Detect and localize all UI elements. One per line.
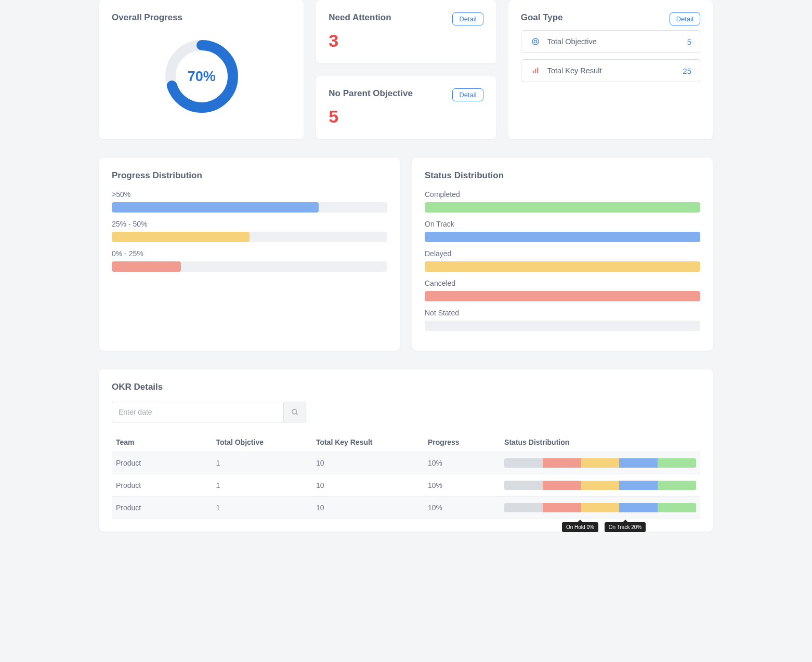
row-status-dist <box>504 503 696 512</box>
progress-dist-label: 25% - 50% <box>112 220 387 228</box>
cell-objective: 1 <box>212 474 311 497</box>
table-row[interactable]: Product11010% <box>112 497 700 519</box>
okr-column-header[interactable]: Total Objctive <box>212 433 311 452</box>
status-distribution-title: Status Distribution <box>425 170 700 181</box>
progress-distribution-title: Progress Distribution <box>112 170 387 181</box>
status-dist-row: Not Stated <box>425 309 700 331</box>
overall-progress-donut: 70% <box>163 37 241 115</box>
cell-keyresult: 10 <box>312 452 424 474</box>
status-dist-label: Canceled <box>425 279 700 287</box>
need-attention-detail-button[interactable]: Detail <box>452 12 483 25</box>
status-tooltip: On Track 20% <box>605 522 646 532</box>
svg-point-7 <box>292 409 296 414</box>
progress-dist-label: >50% <box>112 190 387 198</box>
svg-line-8 <box>296 413 297 415</box>
cell-keyresult: 10 <box>312 474 424 497</box>
okr-column-header[interactable]: Status Distribution <box>500 433 700 452</box>
svg-rect-6 <box>537 68 538 73</box>
overall-progress-title: Overall Progress <box>112 12 291 23</box>
svg-rect-5 <box>534 69 535 73</box>
cell-team: Product <box>112 474 212 497</box>
bar-icon <box>530 65 541 76</box>
table-row[interactable]: Product11010% <box>112 474 700 497</box>
no-parent-detail-button[interactable]: Detail <box>452 88 483 101</box>
cell-objective: 1 <box>212 497 311 519</box>
target-icon <box>530 36 541 47</box>
progress-dist-bar <box>112 261 387 272</box>
svg-point-2 <box>532 38 539 45</box>
status-dist-label: On Track <box>425 220 700 228</box>
okr-column-header[interactable]: Progress <box>424 433 500 452</box>
okr-column-header[interactable]: Team <box>112 433 212 452</box>
status-dist-bar <box>425 321 700 331</box>
okr-column-header[interactable]: Total Key Result <box>312 433 424 452</box>
need-attention-value: 3 <box>329 31 483 51</box>
progress-distribution-card: Progress Distribution >50%25% - 50%0% - … <box>99 158 400 351</box>
goal-type-title: Goal Type <box>521 12 563 23</box>
no-parent-title: No Parent Objective <box>329 88 413 99</box>
overall-progress-percent: 70% <box>163 37 241 115</box>
goal-type-label: Total Key Result <box>547 67 602 75</box>
goal-type-label: Total Objective <box>547 37 597 46</box>
status-dist-bar <box>425 291 700 301</box>
svg-rect-4 <box>532 71 533 73</box>
status-dist-row: Completed <box>425 190 700 213</box>
progress-dist-row: 0% - 25% <box>112 249 387 272</box>
svg-point-3 <box>534 40 536 43</box>
progress-dist-row: >50% <box>112 190 387 213</box>
goal-type-row[interactable]: Total Objective5 <box>521 30 700 53</box>
cell-objective: 1 <box>212 452 311 474</box>
goal-type-count: 5 <box>687 37 691 46</box>
goal-type-count: 25 <box>683 67 691 75</box>
cell-progress: 10% <box>424 474 500 497</box>
table-row[interactable]: Product11010% <box>112 452 700 474</box>
goal-type-card: Goal Type Detail Total Objective5Total K… <box>508 0 713 139</box>
status-dist-label: Delayed <box>425 249 700 258</box>
goal-type-row[interactable]: Total Key Result25 <box>521 59 700 82</box>
okr-date-input[interactable] <box>112 402 283 422</box>
progress-dist-label: 0% - 25% <box>112 249 387 258</box>
okr-search-button[interactable] <box>283 402 306 422</box>
progress-dist-bar <box>112 232 387 242</box>
okr-details-title: OKR Details <box>112 382 700 392</box>
no-parent-card: No Parent Objective Detail 5 <box>316 76 495 139</box>
progress-dist-row: 25% - 50% <box>112 220 387 242</box>
row-status-dist <box>504 458 696 468</box>
goal-type-detail-button[interactable]: Detail <box>670 12 700 25</box>
cell-progress: 10% <box>424 452 500 474</box>
cell-team: Product <box>112 452 212 474</box>
status-dist-row: Canceled <box>425 279 700 301</box>
overall-progress-card: Overall Progress 70% <box>99 0 304 139</box>
status-dist-row: Delayed <box>425 249 700 272</box>
status-dist-label: Not Stated <box>425 309 700 317</box>
okr-table: TeamTotal ObjctiveTotal Key ResultProgre… <box>112 433 700 519</box>
search-icon <box>291 408 299 416</box>
status-dist-row: On Track <box>425 220 700 242</box>
status-dist-bar <box>425 261 700 272</box>
row-status-dist <box>504 481 696 490</box>
need-attention-title: Need Attention <box>329 12 391 23</box>
cell-team: Product <box>112 497 212 519</box>
status-dist-label: Completed <box>425 190 700 198</box>
status-dist-bar <box>425 232 700 242</box>
no-parent-value: 5 <box>329 107 483 127</box>
progress-dist-bar <box>112 202 387 213</box>
status-dist-bar <box>425 202 700 213</box>
cell-progress: 10% <box>424 497 500 519</box>
okr-details-card: OKR Details TeamTotal ObjctiveTotal Key … <box>99 369 713 532</box>
cell-keyresult: 10 <box>312 497 424 519</box>
status-distribution-card: Status Distribution CompletedOn TrackDel… <box>412 158 713 351</box>
status-tooltip: On Hold 0% <box>562 522 598 532</box>
need-attention-card: Need Attention Detail 3 <box>316 0 495 63</box>
